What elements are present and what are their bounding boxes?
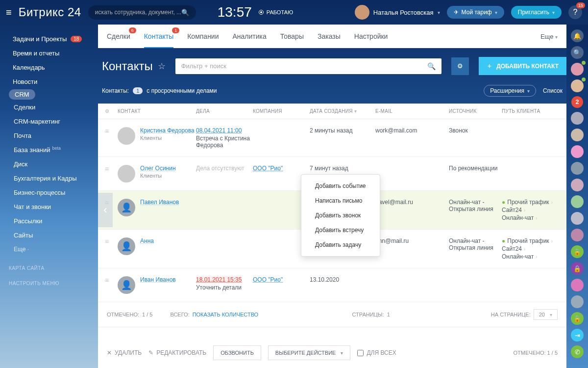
drag-handle-icon[interactable]: ≡ <box>105 127 109 135</box>
dropdown-item[interactable]: Написать письмо <box>308 193 373 208</box>
invite-button[interactable]: Пригласить ▾ <box>511 6 562 19</box>
col-email[interactable]: E-MAIL <box>375 108 449 114</box>
sidebar-item[interactable]: Диск <box>9 158 98 171</box>
sidebar-item[interactable]: Новости <box>9 75 98 88</box>
contact-name-link[interactable]: Олег Осинин <box>140 165 176 172</box>
col-contact[interactable]: КОНТАКТ <box>118 108 196 114</box>
delete-button[interactable]: ✕УДАЛИТЬ <box>107 349 142 356</box>
rail-avatar[interactable] <box>571 63 584 76</box>
show-count-link[interactable]: ПОКАЗАТЬ КОЛИЧЕСТВО <box>193 312 259 317</box>
col-deals[interactable]: ДЕЛА <box>196 108 253 114</box>
sidebar-item[interactable]: Бухгалтерия и Кадры <box>9 172 98 185</box>
deal-date[interactable]: 08.04.2021 11:00 <box>196 127 242 134</box>
sidebar-item[interactable]: Сделки <box>9 101 98 114</box>
hamburger-icon[interactable]: ≡ <box>6 7 12 18</box>
rail-avatar[interactable] <box>571 162 584 175</box>
call-button[interactable]: ОБЗВОНИТЬ <box>213 345 261 360</box>
lock-icon[interactable]: 🔒 <box>571 312 584 325</box>
rail-avatar[interactable] <box>571 195 584 208</box>
search-icon[interactable]: 🔍 <box>427 62 436 70</box>
tab[interactable]: Контакты1 <box>144 26 173 48</box>
rail-avatar[interactable] <box>571 279 584 291</box>
tabs-more[interactable]: Еще ▾ <box>540 33 558 40</box>
site-map-link[interactable]: КАРТА САЙТА <box>9 265 98 271</box>
deal-date[interactable]: 18.01.2021 15:35 <box>196 276 242 283</box>
sidebar-item[interactable]: Чат и звонки <box>9 200 98 213</box>
company-link[interactable]: ООО "Рио" <box>253 276 283 283</box>
help-icon[interactable]: ? 15 <box>568 5 582 19</box>
extensions-button[interactable]: Расширения ▾ <box>484 85 536 97</box>
drag-handle-icon[interactable]: ≡ <box>105 276 109 284</box>
rail-avatar[interactable] <box>571 295 584 308</box>
contact-name-link[interactable]: Иван Иванов <box>140 276 176 283</box>
col-company[interactable]: КОМПАНИЯ <box>253 108 310 114</box>
add-contact-button[interactable]: ＋ ДОБАВИТЬ КОНТАКТ <box>479 57 566 75</box>
tab[interactable]: Сделки6 <box>107 26 130 48</box>
settings-button[interactable]: ⚙ <box>451 57 469 75</box>
sidebar-item[interactable]: Время и отчеты <box>9 47 98 60</box>
global-search-input[interactable] <box>95 9 181 16</box>
dropdown-item[interactable]: Добавить событие <box>308 179 373 193</box>
global-search[interactable]: 🔍 <box>88 5 196 20</box>
sidebar-item[interactable]: CRM-маркетинг <box>9 115 98 128</box>
dropdown-item[interactable]: Добавить задачу <box>308 237 373 252</box>
lock-icon[interactable]: 🔒 <box>571 245 584 258</box>
user-menu[interactable]: Наталья Ростовская ▾ <box>355 5 440 20</box>
action-select[interactable]: ВЫБЕРИТЕ ДЕЙСТВИЕ ▾ <box>268 345 351 360</box>
rail-avatar[interactable] <box>571 112 584 125</box>
dropdown-item[interactable]: Добавить встречу <box>308 223 373 237</box>
rail-avatar[interactable] <box>571 229 584 241</box>
gear-icon[interactable]: ⚙ <box>105 108 109 114</box>
tab[interactable]: Компании <box>187 26 219 48</box>
tab[interactable]: Товары <box>280 26 304 48</box>
phone-icon[interactable]: ✆ <box>571 345 584 358</box>
sidebar-item-crm[interactable]: CRM <box>9 89 35 100</box>
sidebar-item[interactable]: Еще · <box>9 243 98 256</box>
tab[interactable]: Настройки <box>354 26 388 48</box>
table-row[interactable]: ≡ Кристина Федорова Клиенты 08.04.2021 1… <box>98 119 566 157</box>
sidebar-item[interactable]: Почта <box>9 129 98 142</box>
for-all-checkbox[interactable]: ДЛЯ ВСЕХ <box>357 349 396 356</box>
rail-notification-count[interactable]: 2 <box>571 96 583 108</box>
rail-avatar[interactable] <box>571 179 584 191</box>
edit-button[interactable]: ✎РЕДАКТИРОВАТЬ <box>148 349 206 356</box>
tab[interactable]: Заказы <box>318 26 341 48</box>
table-row[interactable]: ≡ 👤 Иван Иванов 18.01.2021 15:35Уточнить… <box>98 268 566 302</box>
contact-name-link[interactable]: Павел Иванов <box>140 199 179 206</box>
contact-name-link[interactable]: Анна <box>140 237 154 244</box>
col-date[interactable]: ДАТА СОЗДАНИЯ ▾ <box>310 108 375 114</box>
col-path[interactable]: ПУТЬ КЛИЕНТА <box>502 108 560 114</box>
sidebar-item[interactable]: Задачи и Проекты18 <box>9 32 98 46</box>
sidebar-item[interactable]: База знанийbeta <box>9 143 98 157</box>
list-view-link[interactable]: Список <box>543 87 563 94</box>
configure-menu-link[interactable]: НАСТРОИТЬ МЕНЮ <box>9 281 98 286</box>
rail-avatar[interactable] <box>571 129 584 141</box>
lock-icon[interactable]: 🔒 <box>571 262 584 275</box>
company-link[interactable]: ООО "Рио" <box>253 165 283 172</box>
star-icon[interactable]: ☆ <box>158 61 166 72</box>
sidebar-item[interactable]: Бизнес-процессы <box>9 186 98 199</box>
dropdown-item[interactable]: Добавить звонок <box>308 208 373 223</box>
per-page-select[interactable]: 20 ▾ <box>534 309 558 320</box>
drag-handle-icon[interactable]: ≡ <box>105 237 109 245</box>
tab[interactable]: Аналитика <box>233 26 267 48</box>
tariff-button[interactable]: ✈ Мой тариф ▾ <box>447 6 504 19</box>
sidebar-item[interactable]: Рассылки <box>9 214 98 228</box>
work-status[interactable]: РАБОТАЮ <box>259 9 293 15</box>
bell-icon[interactable]: 🔔 <box>571 29 584 42</box>
export-icon[interactable]: ⇥ <box>571 329 584 342</box>
sidebar-item[interactable]: Сайты <box>9 229 98 242</box>
rail-avatar[interactable] <box>571 145 584 158</box>
rail-avatar[interactable] <box>571 79 584 92</box>
contact-name-link[interactable]: Кристина Федорова <box>140 127 195 134</box>
search-icon[interactable]: 🔍 <box>571 46 584 59</box>
filter-search[interactable]: 🔍 <box>175 58 442 74</box>
row-prev-button[interactable]: ‹ <box>98 193 113 227</box>
drag-handle-icon[interactable]: ≡ <box>105 165 109 173</box>
col-source[interactable]: ИСТОЧНИК <box>449 108 502 114</box>
rail-avatar[interactable] <box>571 212 584 225</box>
overdue-count[interactable]: 1 <box>133 87 143 94</box>
filter-input[interactable] <box>181 62 428 70</box>
sidebar-item[interactable]: Календарь <box>9 61 98 74</box>
search-icon[interactable]: 🔍 <box>181 9 189 16</box>
